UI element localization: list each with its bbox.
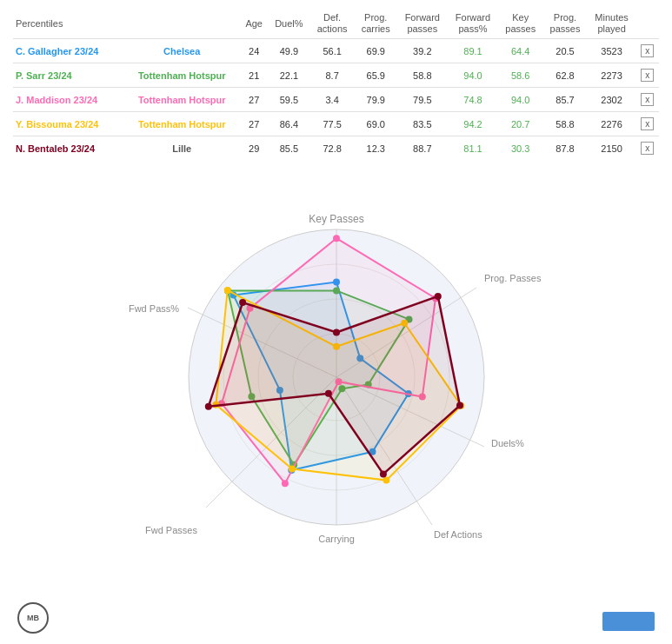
- fwd-pct-val: 89.1: [448, 39, 498, 63]
- fwd-pct-val: 94.0: [448, 63, 498, 88]
- col-age: Age: [240, 9, 268, 39]
- fwd-passes-val: 88.7: [397, 136, 448, 161]
- close-cell[interactable]: x: [636, 136, 659, 161]
- col-fwd-passes: Forwardpasses: [397, 9, 448, 39]
- minutes-val: 2150: [588, 136, 636, 161]
- table-row: C. Gallagher 23/24 Chelsea 24 49.9 56.1 …: [13, 39, 659, 63]
- age-val: 27: [240, 88, 268, 112]
- player-name: J. Maddison 23/24: [13, 88, 123, 112]
- club-name: Tottenham Hotspur: [123, 88, 240, 112]
- table-section: Percentiles Age Duel% Def.actions Prog.c…: [0, 0, 672, 169]
- fwd-passes-val: 79.5: [397, 88, 448, 112]
- key-val: 20.7: [498, 112, 542, 136]
- bentaleb-dot-5: [204, 403, 211, 410]
- table-row: N. Bentaleb 23/24 Lille 29 85.5 72.8 12.…: [13, 136, 659, 161]
- label-key-passes: Key Passes: [309, 213, 363, 225]
- bissouma-dot-6: [223, 287, 230, 294]
- logo-circle: MB: [17, 602, 49, 634]
- label-prog-passes: Prog. Passes: [484, 273, 542, 283]
- radar-section: Key Passes Prog. Passes Duels% Def Actio…: [0, 169, 672, 577]
- close-button-1[interactable]: x: [641, 69, 654, 82]
- bentaleb-dot-6: [239, 299, 246, 306]
- label-def-actions: Def Actions: [434, 529, 482, 540]
- close-cell[interactable]: x: [636, 88, 659, 112]
- stats-table: Percentiles Age Duel% Def.actions Prog.c…: [13, 9, 659, 160]
- player-name: Y. Bissouma 23/24: [13, 112, 123, 136]
- player-name: C. Gallagher 23/24: [13, 39, 123, 63]
- logo: MB: [17, 602, 49, 634]
- key-val: 64.4: [498, 39, 542, 63]
- fwd-passes-val: 39.2: [397, 39, 448, 63]
- bentaleb-dot-1: [434, 293, 441, 300]
- duel-val: 49.9: [268, 39, 309, 63]
- age-val: 21: [240, 63, 268, 88]
- col-prog: Prog.carries: [355, 9, 397, 39]
- col-key: Keypasses: [498, 9, 542, 39]
- table-row: P. Sarr 23/24 Tottenham Hotspur 21 22.1 …: [13, 63, 659, 88]
- close-button-4[interactable]: x: [641, 142, 654, 155]
- duel-val: 86.4: [268, 112, 309, 136]
- maddison-dot-4: [281, 481, 288, 488]
- bentaleb-dot-0: [333, 329, 340, 336]
- label-carrying: Carrying: [318, 534, 355, 544]
- fwd-pct-val: 94.2: [448, 112, 498, 136]
- label-duels: Duels%: [491, 438, 524, 448]
- fwd-passes-val: 83.5: [397, 112, 448, 136]
- col-def: Def.actions: [309, 9, 354, 39]
- col-minutes: Minutesplayed: [588, 9, 636, 39]
- age-val: 24: [240, 39, 268, 63]
- key-val: 94.0: [498, 88, 542, 112]
- player-name: N. Bentaleb 23/24: [13, 136, 123, 161]
- def-val: 77.5: [309, 112, 354, 136]
- close-button-0[interactable]: x: [641, 44, 654, 57]
- club-name: Lille: [123, 136, 240, 161]
- prog-val: 65.9: [355, 63, 397, 88]
- close-cell[interactable]: x: [636, 112, 659, 136]
- key-val: 58.6: [498, 63, 542, 88]
- col-prog-passes: Prog.passes: [542, 9, 587, 39]
- bissouma-dot-4: [288, 466, 295, 473]
- prog-val: 69.0: [355, 112, 397, 136]
- table-row: Y. Bissouma 23/24 Tottenham Hotspur 27 8…: [13, 112, 659, 136]
- close-cell[interactable]: x: [636, 39, 659, 63]
- club-name: Tottenham Hotspur: [123, 63, 240, 88]
- player-name: P. Sarr 23/24: [13, 63, 123, 88]
- bentaleb-dot-4: [324, 390, 331, 397]
- minutes-val: 2302: [588, 88, 636, 112]
- duel-val: 22.1: [268, 63, 309, 88]
- bottom-bar-button[interactable]: [602, 612, 655, 631]
- bissouma-dot-3: [383, 477, 389, 484]
- duel-val: 59.5: [268, 88, 309, 112]
- duel-val: 85.5: [268, 136, 309, 161]
- fwd-passes-val: 58.8: [397, 63, 448, 88]
- def-val: 3.4: [309, 88, 354, 112]
- col-percentiles: Percentiles: [13, 9, 123, 39]
- close-cell[interactable]: x: [636, 63, 659, 88]
- prog-passes-val: 58.8: [542, 112, 587, 136]
- def-val: 56.1: [309, 39, 354, 63]
- col-fwd-pct: Forwardpass%: [448, 9, 498, 39]
- maddison-dot-0: [333, 236, 340, 242]
- fwd-pct-val: 74.8: [448, 88, 498, 112]
- bentaleb-dot-2: [456, 402, 463, 409]
- close-button-3[interactable]: x: [641, 117, 654, 130]
- prog-passes-val: 85.7: [542, 88, 587, 112]
- bentaleb-dot-3: [379, 471, 386, 478]
- radar-chart: Key Passes Prog. Passes Duels% Def Actio…: [119, 177, 554, 577]
- club-name: Chelsea: [123, 39, 240, 63]
- label-fwd-passpct: Fwd Pass%: [128, 303, 178, 314]
- club-name: Tottenham Hotspur: [123, 112, 240, 136]
- close-button-2[interactable]: x: [641, 93, 654, 106]
- prog-passes-val: 87.8: [542, 136, 587, 161]
- minutes-val: 2276: [588, 112, 636, 136]
- table-row: J. Maddison 23/24 Tottenham Hotspur 27 5…: [13, 88, 659, 112]
- col-duel: Duel%: [268, 9, 309, 39]
- def-val: 72.8: [309, 136, 354, 161]
- prog-passes-val: 20.5: [542, 39, 587, 63]
- def-val: 8.7: [309, 63, 354, 88]
- prog-passes-val: 62.8: [542, 63, 587, 88]
- prog-val: 79.9: [355, 88, 397, 112]
- key-val: 30.3: [498, 136, 542, 161]
- minutes-val: 2273: [588, 63, 636, 88]
- age-val: 29: [240, 136, 268, 161]
